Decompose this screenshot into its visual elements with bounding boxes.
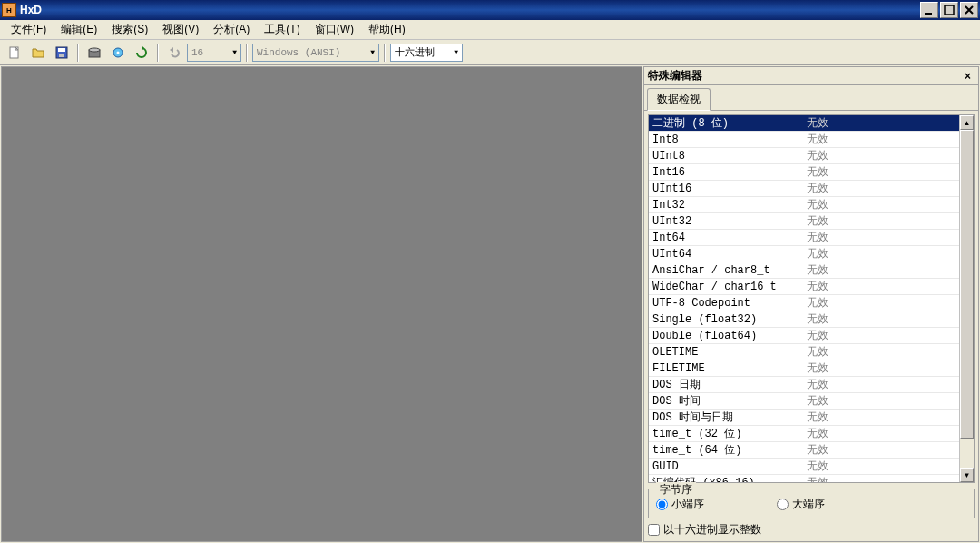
inspector-row-value: 无效 bbox=[803, 197, 959, 212]
inspector-row-value: 无效 bbox=[803, 295, 959, 311]
app-icon: H bbox=[2, 3, 16, 17]
inspector-row[interactable]: Int32无效 bbox=[649, 197, 959, 213]
inspector-row-value: 无效 bbox=[803, 230, 959, 245]
open-file-button[interactable] bbox=[27, 43, 49, 63]
inspector-row-value: 无效 bbox=[803, 344, 959, 360]
bytes-per-row-combo[interactable]: 16 ▼ bbox=[187, 44, 241, 62]
inspector-title: 特殊编辑器 bbox=[648, 68, 702, 84]
ram-icon bbox=[111, 45, 125, 60]
inspector-row-name: DOS 时间 bbox=[649, 393, 803, 409]
inspector-row[interactable]: Double (float64)无效 bbox=[649, 328, 959, 344]
menu-help[interactable]: 帮助(H) bbox=[361, 20, 413, 39]
refresh-icon bbox=[134, 45, 149, 60]
dropdown-arrow-icon: ▼ bbox=[370, 48, 375, 56]
menu-search[interactable]: 搜索(S) bbox=[104, 20, 155, 39]
inspector-row[interactable]: DOS 时间与日期无效 bbox=[649, 410, 959, 426]
inspector-row[interactable]: FILETIME无效 bbox=[649, 360, 959, 377]
radio-little-endian[interactable]: 小端序 bbox=[656, 497, 704, 512]
svg-rect-0 bbox=[925, 13, 932, 15]
inspector-row-value: 无效 bbox=[803, 426, 959, 441]
new-file-icon bbox=[7, 45, 22, 60]
inspector-row[interactable]: AnsiChar / char8_t无效 bbox=[649, 262, 959, 279]
inspector-row-name: GUID bbox=[649, 460, 803, 473]
radio-big-endian[interactable]: 大端序 bbox=[777, 497, 825, 512]
scroll-down-button[interactable]: ▼ bbox=[960, 468, 974, 482]
radio-big-endian-input[interactable] bbox=[777, 499, 789, 510]
hex-editor-area[interactable] bbox=[1, 66, 642, 542]
inspector-row[interactable]: Int64无效 bbox=[649, 230, 959, 246]
menu-file[interactable]: 文件(F) bbox=[4, 20, 54, 39]
inspector-row-name: 二进制 (8 位) bbox=[649, 115, 803, 131]
inspector-tabs: 数据检视 bbox=[644, 85, 978, 111]
titlebar: H HxD bbox=[0, 0, 980, 20]
inspector-row-value: 无效 bbox=[803, 410, 959, 425]
encoding-combo[interactable]: Windows (ANSI) ▼ bbox=[252, 44, 379, 62]
menu-view[interactable]: 视图(V) bbox=[155, 20, 206, 39]
inspector-row-value: 无效 bbox=[803, 377, 959, 392]
close-icon bbox=[962, 3, 976, 17]
hex-integers-row: 以十六进制显示整数 bbox=[648, 518, 975, 538]
tab-data-view[interactable]: 数据检视 bbox=[647, 88, 710, 111]
scroll-up-button[interactable]: ▲ bbox=[960, 115, 974, 130]
inspector-row[interactable]: time_t (64 位)无效 bbox=[649, 442, 959, 459]
scroll-thumb[interactable] bbox=[960, 130, 974, 439]
inspector-row-name: DOS 日期 bbox=[649, 377, 803, 392]
radio-little-label: 小端序 bbox=[671, 497, 704, 512]
menu-tools[interactable]: 工具(T) bbox=[257, 20, 307, 39]
inspector-row[interactable]: GUID无效 bbox=[649, 459, 959, 475]
main-area: 特殊编辑器 × 数据检视 二进制 (8 位)无效Int8无效UInt8无效Int… bbox=[0, 65, 980, 543]
inspector-row[interactable]: time_t (32 位)无效 bbox=[649, 426, 959, 442]
floppy-disk-icon bbox=[54, 45, 69, 60]
number-base-combo[interactable]: 十六进制 ▼ bbox=[390, 44, 463, 62]
refresh-button[interactable] bbox=[131, 43, 152, 63]
hex-integers-label: 以十六进制显示整数 bbox=[663, 522, 761, 538]
maximize-button[interactable] bbox=[940, 2, 958, 18]
inspector-row-value: 无效 bbox=[803, 360, 959, 376]
undo-button[interactable] bbox=[163, 43, 185, 63]
svg-point-9 bbox=[117, 51, 120, 54]
toolbar: 16 ▼ Windows (ANSI) ▼ 十六进制 ▼ bbox=[0, 40, 980, 65]
inspector-row[interactable]: Int8无效 bbox=[649, 132, 959, 148]
open-disk-button[interactable] bbox=[83, 43, 105, 63]
hex-integers-checkbox[interactable] bbox=[648, 524, 660, 536]
inspector-row[interactable]: DOS 日期无效 bbox=[649, 377, 959, 393]
inspector-row[interactable]: 汇编代码 (x86-16)无效 bbox=[649, 475, 959, 482]
radio-little-endian-input[interactable] bbox=[656, 499, 668, 510]
inspector-scrollbar[interactable]: ▲ ▼ bbox=[959, 115, 974, 482]
save-button[interactable] bbox=[51, 43, 73, 63]
inspector-row-value: 无效 bbox=[803, 442, 959, 458]
inspector-row[interactable]: UInt8无效 bbox=[649, 148, 959, 164]
menu-edit[interactable]: 编辑(E) bbox=[54, 20, 104, 39]
dropdown-arrow-icon: ▼ bbox=[454, 48, 458, 56]
number-base-value: 十六进制 bbox=[395, 45, 435, 59]
inspector-row-name: UInt64 bbox=[649, 248, 803, 261]
inspector-row-name: Single (float32) bbox=[649, 313, 803, 326]
inspector-row[interactable]: OLETIME无效 bbox=[649, 344, 959, 360]
menu-window[interactable]: 窗口(W) bbox=[308, 20, 361, 39]
scroll-track[interactable] bbox=[960, 130, 974, 468]
inspector-row-value: 无效 bbox=[803, 311, 959, 327]
inspector-row[interactable]: WideChar / char16_t无效 bbox=[649, 279, 959, 295]
inspector-close-button[interactable]: × bbox=[961, 70, 975, 83]
data-table-wrap: 二进制 (8 位)无效Int8无效UInt8无效Int16无效UInt16无效I… bbox=[648, 114, 975, 483]
new-file-button[interactable] bbox=[4, 43, 25, 63]
open-ram-button[interactable] bbox=[107, 43, 129, 63]
inspector-row[interactable]: DOS 时间无效 bbox=[649, 393, 959, 410]
svg-point-7 bbox=[89, 48, 100, 52]
menu-analysis[interactable]: 分析(A) bbox=[206, 20, 257, 39]
inspector-row[interactable]: UInt64无效 bbox=[649, 246, 959, 262]
inspector-row[interactable]: UInt16无效 bbox=[649, 181, 959, 197]
inspector-row-name: UTF-8 Codepoint bbox=[649, 297, 803, 310]
inspector-row-value: 无效 bbox=[803, 164, 959, 180]
inspector-row[interactable]: UTF-8 Codepoint无效 bbox=[649, 295, 959, 311]
inspector-row[interactable]: 二进制 (8 位)无效 bbox=[649, 115, 959, 132]
toolbar-separator bbox=[77, 44, 79, 62]
inspector-row[interactable]: Single (float32)无效 bbox=[649, 311, 959, 328]
data-inspector-panel: 特殊编辑器 × 数据检视 二进制 (8 位)无效Int8无效UInt8无效Int… bbox=[643, 66, 979, 542]
toolbar-separator bbox=[157, 44, 159, 62]
close-button[interactable] bbox=[960, 2, 978, 18]
inspector-row[interactable]: UInt32无效 bbox=[649, 213, 959, 230]
minimize-button[interactable] bbox=[920, 2, 938, 18]
inspector-header: 特殊编辑器 × bbox=[644, 67, 978, 85]
inspector-row[interactable]: Int16无效 bbox=[649, 164, 959, 181]
